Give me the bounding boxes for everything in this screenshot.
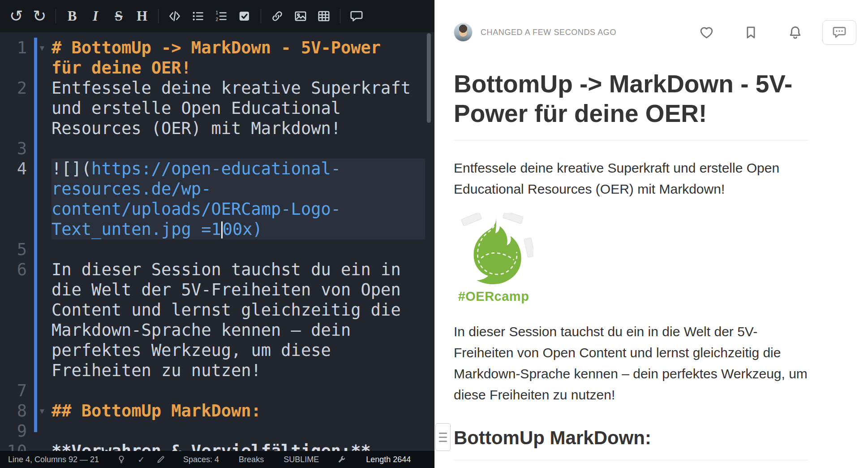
fold-arrow-icon[interactable]: ▾ — [39, 401, 46, 421]
document-length: Length 2644 — [366, 455, 411, 464]
editor-line[interactable]: 9 — [0, 421, 434, 441]
text-segment: **Verwahren & Vervielfältigen:** — [52, 442, 371, 451]
open-comments-button[interactable] — [822, 20, 856, 45]
text-segment: In dieser Session tauchst du ein in die … — [52, 260, 411, 380]
editor-line-text: **Verwahren & Vervielfältigen:** — [52, 441, 425, 451]
editor-line[interactable]: 10**Verwahren & Vervielfältigen:** — [0, 441, 434, 451]
editor-line[interactable]: 6In dieser Session tauchst du ein in die… — [0, 260, 434, 381]
redo-icon: ↻ — [33, 8, 46, 24]
editor-line-text — [52, 239, 425, 260]
code-button[interactable] — [163, 4, 186, 28]
link-icon — [271, 9, 284, 23]
bold-button[interactable]: B — [60, 4, 84, 28]
toolbar-separator — [158, 9, 159, 23]
oercamp-logo-caption: #OERcamp — [454, 289, 533, 304]
split-drag-handle[interactable] — [435, 423, 451, 451]
editor-line-text: In dieser Session tauchst du ein in die … — [52, 260, 425, 381]
table-button[interactable] — [312, 4, 335, 28]
notifications-button[interactable] — [788, 25, 803, 40]
strikethrough-icon: S — [115, 8, 122, 24]
wrench-icon — [337, 455, 346, 464]
night-mode-icon[interactable] — [117, 455, 126, 464]
editor-line-text — [52, 381, 425, 401]
fold-arrow-icon[interactable]: ▾ — [39, 38, 46, 58]
editor-line[interactable]: 5 — [0, 239, 434, 260]
link-button[interactable] — [266, 4, 289, 28]
toolbar-separator — [340, 9, 340, 23]
comment-icon — [350, 9, 363, 23]
code-icon — [168, 9, 181, 23]
undo-button[interactable]: ↺ — [4, 4, 28, 28]
editor-line[interactable]: 1▾# BottomUp -> MarkDown - 5V-Power für … — [0, 38, 434, 78]
code-editor[interactable]: 1▾# BottomUp -> MarkDown - 5V-Power für … — [0, 32, 434, 451]
bookmark-button[interactable] — [743, 25, 758, 40]
like-button[interactable] — [699, 25, 714, 40]
document-title: BottomUp -> MarkDown - 5V-Power für dein… — [454, 69, 808, 140]
editor-settings-button[interactable] — [337, 455, 346, 464]
last-changed-label: CHANGED A FEW SECONDS AGO — [481, 28, 616, 37]
numbered-list-button[interactable]: 12 — [210, 4, 233, 28]
editor-toolbar: ↺ ↻ B I S H 12 — [0, 0, 434, 32]
bookmark-icon — [743, 25, 758, 40]
text-segment: ![]( — [52, 159, 91, 178]
editor-line[interactable]: 2Entfessele deine kreative Superkraft un… — [0, 78, 434, 139]
table-icon — [317, 9, 331, 23]
app: ↺ ↻ B I S H 12 — [0, 0, 868, 468]
note-meta-bar: CHANGED A FEW SECONDS AGO — [454, 20, 856, 45]
heading-button[interactable]: H — [130, 4, 154, 28]
numbered-list-icon: 12 — [215, 9, 228, 23]
grip-line — [439, 441, 447, 442]
editor-line[interactable]: 8▾## BottomUp MarkDown: — [0, 401, 434, 421]
svg-text:1: 1 — [216, 10, 219, 15]
editor-lines: 1▾# BottomUp -> MarkDown - 5V-Power für … — [0, 32, 434, 451]
checklist-icon — [238, 9, 251, 23]
heart-icon — [699, 25, 714, 40]
italic-icon: I — [93, 8, 98, 24]
oercamp-logo-image: ✂ #OERcamp — [454, 213, 539, 304]
session-paragraph: In dieser Session tauchst du ein in die … — [454, 321, 808, 405]
checklist-button[interactable] — [233, 4, 256, 28]
heading-icon: H — [137, 8, 147, 24]
tape-strip — [524, 238, 533, 257]
line-number: 9 — [0, 421, 33, 441]
editor-scrollbar[interactable] — [427, 33, 431, 123]
bullet-list-button[interactable] — [186, 4, 210, 28]
editor-line-text: ![](https://open-educational-resources.d… — [52, 159, 425, 239]
line-number: 3 — [0, 139, 33, 159]
svg-text:2: 2 — [216, 17, 219, 22]
cursor-position: Line 4, Columns 92 — 21 — [8, 455, 99, 464]
strikethrough-button[interactable]: S — [107, 4, 130, 28]
tape-strip — [461, 213, 481, 226]
grip-line — [439, 433, 447, 434]
italic-button[interactable]: I — [84, 4, 107, 28]
rendered-document: BottomUp -> MarkDown - 5V-Power für dein… — [454, 69, 808, 460]
editor-line-text: # BottomUp -> MarkDown - 5V-Power für de… — [52, 38, 425, 78]
breaks-setting[interactable]: Breaks — [239, 455, 264, 464]
redo-button[interactable]: ↻ — [28, 4, 51, 28]
authorship-stripe — [34, 38, 37, 432]
pencil-icon[interactable] — [156, 455, 165, 464]
text-segment: 00x) — [223, 220, 262, 239]
editor-pane: ↺ ↻ B I S H 12 — [0, 0, 434, 468]
line-number: 8 — [0, 401, 33, 421]
editor-line[interactable]: 4![](https://open-educational-resources.… — [0, 159, 434, 239]
text-segment: # BottomUp -> MarkDown - 5V-Power für de… — [52, 38, 391, 78]
oercamp-flame-graphic: ✂ — [454, 213, 533, 288]
speech-bubble-icon — [832, 25, 847, 39]
comment-button[interactable] — [345, 4, 368, 28]
editor-line-text — [52, 421, 425, 441]
line-number: 5 — [0, 239, 33, 260]
line-number: 1 — [0, 38, 33, 78]
image-button[interactable] — [289, 4, 312, 28]
keymap-setting[interactable]: SUBLIME — [284, 455, 319, 464]
editor-line[interactable]: 7 — [0, 381, 434, 401]
preview-pane: CHANGED A FEW SECONDS AGO BottomUp -> Ma… — [434, 0, 868, 468]
spellcheck-icon[interactable]: ✓ — [138, 455, 145, 464]
indentation-setting[interactable]: Spaces: 4 — [183, 455, 219, 464]
section-heading: BottomUp MarkDown: — [454, 427, 808, 460]
intro-paragraph: Entfessele deine kreative Superkraft und… — [454, 157, 808, 199]
text-segment: Entfessele deine kreative Superkraft und… — [52, 78, 421, 138]
author-avatar[interactable] — [454, 23, 473, 42]
editor-line[interactable]: 3 — [0, 139, 434, 159]
text-segment: https://open-educational-resources.de/wp… — [52, 159, 341, 239]
